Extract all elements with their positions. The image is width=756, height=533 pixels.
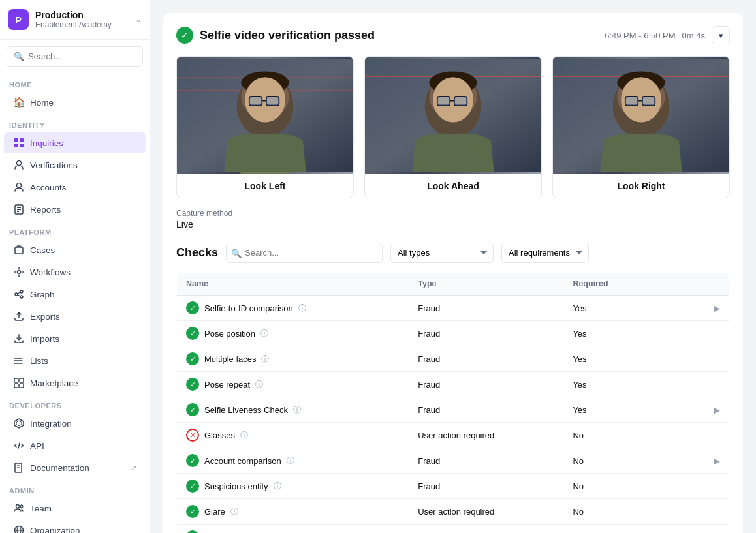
sidebar-item-integration[interactable]: Integration — [4, 413, 146, 434]
table-row[interactable]: ✓ Selfie Liveness Check ⓘ Fraud Yes ▶ — [177, 397, 730, 423]
table-row[interactable]: ✕ Glasses ⓘ User action required No — [177, 423, 730, 448]
section-identity-label: IDENTITY — [0, 114, 150, 132]
check-name: Suspicious entity — [204, 481, 268, 491]
table-row[interactable]: ✓ Pose position ⓘ Fraud Yes — [177, 321, 730, 346]
row-status-pass-icon: ✓ — [186, 301, 199, 314]
sidebar-item-inquiries[interactable]: Inquiries — [4, 132, 146, 153]
sidebar-item-label: Reports — [30, 205, 61, 215]
check-name: Selfie Liveness Check — [204, 405, 288, 415]
svg-rect-25 — [14, 384, 18, 388]
photo-look-ahead-label: Look Ahead — [365, 174, 541, 198]
svg-rect-24 — [20, 378, 24, 382]
app-info: Production Enablement Academy — [35, 10, 112, 30]
info-icon: ⓘ — [255, 379, 263, 390]
cases-icon — [13, 244, 25, 256]
cell-action — [674, 525, 730, 534]
app-header: P Production Enablement Academy ⌄ — [0, 0, 150, 40]
app-icon: P — [8, 9, 29, 30]
section-admin-label: ADMIN — [0, 479, 150, 497]
cell-required: Yes — [563, 321, 674, 346]
cell-type: Fraud — [409, 448, 563, 474]
checks-requirements-filter[interactable]: All requirements Yes No — [501, 243, 589, 263]
cell-required: Yes — [563, 346, 674, 372]
sidebar-item-label: Marketplace — [30, 378, 78, 388]
cell-type: Fraud — [409, 372, 563, 397]
sidebar-item-workflows[interactable]: Workflows — [4, 262, 146, 282]
table-row[interactable]: ✓ Public figure ⓘ Fraud No — [177, 525, 730, 534]
cell-name: ✕ Glasses ⓘ — [177, 423, 409, 448]
cell-required: No — [563, 499, 674, 525]
checks-search-input[interactable] — [226, 243, 383, 263]
cell-name: ✓ Selfie Liveness Check ⓘ — [177, 397, 409, 423]
sidebar-item-accounts[interactable]: Accounts — [4, 177, 146, 198]
sidebar-item-reports[interactable]: Reports — [4, 199, 146, 220]
verification-duration: 0m 4s — [682, 31, 705, 40]
checks-type-filter[interactable]: All types Fraud User action required — [390, 243, 494, 263]
cell-type: Fraud — [409, 525, 563, 534]
cell-action: ▶ — [674, 296, 730, 321]
sidebar-item-graph[interactable]: Graph — [4, 284, 146, 305]
info-icon: ⓘ — [261, 354, 269, 365]
col-header-name: Name — [177, 273, 409, 296]
sidebar-item-lists[interactable]: Lists — [4, 350, 146, 371]
section-home-label: HOME — [0, 73, 150, 91]
cell-name: ✓ Pose position ⓘ — [177, 321, 409, 346]
checks-header: Checks 🔍 All types Fraud User action req… — [176, 243, 730, 263]
sidebar-item-exports[interactable]: Exports — [4, 306, 146, 327]
verification-dropdown-button[interactable]: ▾ — [712, 26, 730, 44]
check-name: Glasses — [204, 431, 235, 440]
sidebar-item-api[interactable]: API — [4, 435, 146, 456]
cell-required: No — [563, 474, 674, 499]
sidebar-item-label: Accounts — [30, 183, 67, 192]
sidebar-item-cases[interactable]: Cases — [4, 239, 146, 260]
row-expand-icon[interactable]: ▶ — [714, 456, 720, 466]
sidebar-search[interactable]: 🔍 — [7, 46, 143, 67]
row-status-pass-icon: ✓ — [186, 327, 199, 340]
cell-type: Fraud — [409, 321, 563, 346]
svg-point-33 — [20, 505, 23, 508]
svg-point-34 — [15, 526, 24, 534]
api-icon — [13, 440, 25, 451]
cell-action: ▶ — [674, 397, 730, 423]
sidebar-item-imports[interactable]: Imports — [4, 328, 146, 349]
table-row[interactable]: ✓ Multiple faces ⓘ Fraud Yes — [177, 346, 730, 372]
sidebar-item-team[interactable]: Team — [4, 498, 146, 519]
sidebar-item-verifications[interactable]: Verifications — [4, 155, 146, 175]
sidebar-item-label: API — [30, 441, 44, 451]
row-status-pass-icon: ✓ — [186, 505, 199, 518]
sidebar-item-label: Inquiries — [30, 138, 63, 148]
row-expand-icon[interactable]: ▶ — [714, 303, 720, 313]
sidebar-item-home[interactable]: 🏠 Home — [4, 92, 146, 113]
photo-look-ahead — [365, 57, 541, 174]
check-name: Selfie-to-ID comparison — [204, 303, 293, 313]
svg-rect-48 — [249, 97, 262, 106]
table-row[interactable]: ✓ Suspicious entity ⓘ Fraud No — [177, 474, 730, 499]
row-status-pass-icon: ✓ — [186, 454, 199, 467]
sidebar-item-label: Lists — [30, 356, 48, 366]
sidebar-item-marketplace[interactable]: Marketplace — [4, 373, 146, 393]
row-expand-icon[interactable]: ▶ — [714, 405, 720, 415]
photo-look-right-label: Look Right — [553, 174, 729, 198]
sidebar-item-label: Organization — [30, 526, 80, 534]
row-status-fail-icon: ✕ — [186, 429, 199, 442]
main-content: ✓ Selfie video verification passed 6:49 … — [150, 0, 756, 533]
verification-meta: 6:49 PM - 6:50 PM 0m 4s ▾ — [605, 26, 730, 44]
svg-point-22 — [14, 363, 16, 364]
checks-search-wrap: 🔍 — [226, 243, 383, 263]
sidebar-item-documentation[interactable]: Documentation ↗ — [4, 457, 146, 478]
sidebar-item-organization[interactable]: Organization — [4, 520, 146, 533]
table-row[interactable]: ✓ Pose repeat ⓘ Fraud Yes — [177, 372, 730, 397]
cell-name: ✓ Selfie-to-ID comparison ⓘ — [177, 296, 409, 321]
table-row[interactable]: ✓ Glare ⓘ User action required No — [177, 499, 730, 525]
search-input[interactable] — [28, 52, 136, 61]
table-row[interactable]: ✓ Account comparison ⓘ Fraud No ▶ — [177, 448, 730, 474]
checks-table: Name Type Required ✓ Selfie-to-ID compar… — [176, 272, 730, 533]
svg-marker-27 — [14, 419, 24, 428]
table-row[interactable]: ✓ Selfie-to-ID comparison ⓘ Fraud Yes ▶ — [177, 296, 730, 321]
cell-name: ✓ Multiple faces ⓘ — [177, 346, 409, 372]
photo-card-look-right: Look Right — [552, 56, 730, 198]
checks-search-icon: 🔍 — [231, 248, 242, 258]
svg-marker-28 — [16, 421, 22, 426]
info-icon: ⓘ — [287, 455, 294, 466]
row-status-pass-icon: ✓ — [186, 530, 199, 533]
